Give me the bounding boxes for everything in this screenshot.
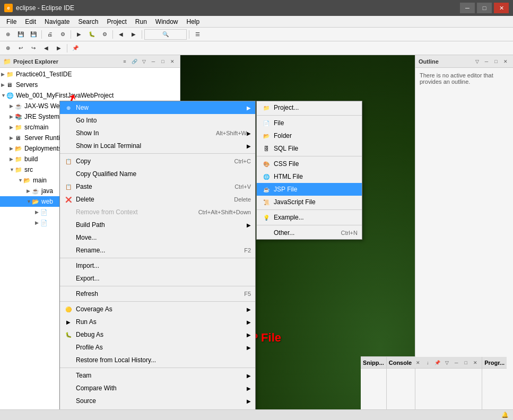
menu-file[interactable]: File <box>2 17 21 27</box>
tb-prev-btn[interactable]: ◀ <box>115 29 127 40</box>
java-icon: ☕ <box>32 188 40 195</box>
tb-run-btn[interactable]: ▶ <box>73 29 85 40</box>
ctx-debug-as[interactable]: 🐛 Debug As ▶ <box>60 328 255 341</box>
sub-js-label: JavaScript File <box>274 198 358 206</box>
ctx-rename[interactable]: Rename... F2 <box>60 244 255 257</box>
ctx-move[interactable]: Move... <box>60 231 255 244</box>
ctx-coverage[interactable]: 🟡 Coverage As ▶ <box>60 303 255 316</box>
tree-item-practice[interactable]: ▶ 📁 Practice01_TestIDE <box>0 69 180 80</box>
tree-arrow: ▼ <box>1 93 6 98</box>
ctx-restore-history[interactable]: Restore from Local History... <box>60 354 255 366</box>
console-close-btn[interactable]: ✕ <box>471 358 480 367</box>
sub-sql[interactable]: 🗄 SQL File <box>257 142 362 155</box>
new-arrow-icon: ▶ <box>247 105 251 111</box>
sub-other[interactable]: Other... Ctrl+N <box>257 226 362 239</box>
outline-close-btn[interactable]: ✕ <box>501 57 510 66</box>
console-header: Console ✕ ↓ 📌 ▽ ─ □ ✕ <box>387 357 482 369</box>
ctx-delete[interactable]: ❌ Delete Delete <box>60 193 255 206</box>
ctx-compare-with[interactable]: Compare With ▶ <box>60 382 255 395</box>
console-scroll-btn[interactable]: ↓ <box>423 358 432 367</box>
sub-js[interactable]: 📜 JavaScript File <box>257 196 362 208</box>
collapse-all-btn[interactable]: ≡ <box>120 57 129 66</box>
ctx-source[interactable]: Source ▶ <box>60 395 255 407</box>
ctx-copy[interactable]: 📋 Copy Ctrl+C <box>60 155 255 168</box>
menu-help[interactable]: Help <box>182 17 204 27</box>
menu-search[interactable]: Search <box>74 17 102 27</box>
ctx-refresh[interactable]: Refresh F5 <box>60 287 255 300</box>
menu-edit[interactable]: Edit <box>21 17 40 27</box>
ctx-restore-label: Restore from Local History... <box>76 356 251 364</box>
ctx-profile-as[interactable]: Profile As ▶ <box>60 341 255 354</box>
tb-ext-btn[interactable]: ⚙ <box>99 29 110 40</box>
sub-jsp[interactable]: ☕ JSP File <box>257 183 362 196</box>
tree-label: main <box>33 177 47 184</box>
outline-title: Outline <box>419 58 439 65</box>
sub-file[interactable]: 📄 File <box>257 117 362 129</box>
menu-run[interactable]: Run <box>131 17 151 27</box>
tb-save-btn[interactable]: 💾 <box>15 29 27 40</box>
ctx-import[interactable]: Import... <box>60 259 255 272</box>
tb2-btn4[interactable]: ◀ <box>40 43 52 54</box>
ctx-paste[interactable]: 📋 Paste Ctrl+V <box>60 180 255 193</box>
console-pin-btn[interactable]: 📌 <box>433 358 441 367</box>
menu-project[interactable]: Project <box>102 17 131 27</box>
ctx-new[interactable]: ⊕ New ▶ <box>60 101 255 114</box>
tb-save-all-btn[interactable]: 💾 <box>28 29 39 40</box>
sub-jsp-label: JSP File <box>274 186 358 193</box>
tb-new-btn[interactable]: ⊕ <box>2 29 14 40</box>
outline-max-btn[interactable]: □ <box>492 57 500 66</box>
source-icon <box>64 397 73 405</box>
close-button[interactable]: ✕ <box>494 3 509 13</box>
tb-print-btn[interactable]: 🖨 <box>44 29 56 40</box>
close-panel-btn[interactable]: ✕ <box>168 57 177 66</box>
link-editor-btn[interactable]: 🔗 <box>130 57 138 66</box>
sub-example[interactable]: 💡 Example... <box>257 211 362 224</box>
sub-css[interactable]: 🎨 CSS File <box>257 158 362 170</box>
sub-project[interactable]: 📁 Project... <box>257 101 362 114</box>
tb-prop-btn[interactable]: ⚙ <box>57 29 68 40</box>
maximize-panel-btn[interactable]: □ <box>159 57 167 66</box>
tree-item-servers[interactable]: ▶ 🖥 Servers <box>0 80 180 90</box>
ctx-profile-as-label: Profile As <box>76 344 247 351</box>
tb2-btn6[interactable]: 📌 <box>69 43 81 54</box>
ctx-export[interactable]: Export... <box>60 272 255 285</box>
sub-sep-2 <box>257 156 362 156</box>
tree-item-web-project[interactable]: ▼ 🌐 Web_001_MyFirstJavaWebProject <box>0 90 180 101</box>
tb2-btn1[interactable]: ⊕ <box>2 43 14 54</box>
tb2-btn3[interactable]: ↪ <box>28 43 39 54</box>
sub-html[interactable]: 🌐 HTML File <box>257 170 362 183</box>
ctx-go-into[interactable]: Go Into <box>60 114 255 127</box>
console-min-btn[interactable]: ─ <box>452 358 460 367</box>
tb-sep-4 <box>142 30 142 39</box>
outline-min-btn[interactable]: ─ <box>482 57 491 66</box>
tb-next-btn[interactable]: ▶ <box>128 29 140 40</box>
minimize-button[interactable]: ─ <box>460 3 475 13</box>
ctx-copy-qualified[interactable]: Copy Qualified Name <box>60 168 255 180</box>
sub-folder[interactable]: 📂 Folder <box>257 129 362 142</box>
ctx-build-path[interactable]: Build Path ▶ <box>60 218 255 231</box>
ctx-show-local[interactable]: Show in Local Terminal ▶ <box>60 139 255 152</box>
project-explorer-icon: 📁 <box>3 58 11 65</box>
tb2-btn2[interactable]: ↩ <box>15 43 27 54</box>
tb-perspective-btn[interactable]: ☰ <box>192 29 203 40</box>
console-menu-btn[interactable]: ▽ <box>442 358 451 367</box>
minimize-panel-btn[interactable]: ─ <box>149 57 158 66</box>
menu-navigate[interactable]: Navigate <box>40 17 74 27</box>
outline-menu-btn[interactable]: ▽ <box>473 57 481 66</box>
team-icon <box>64 371 73 380</box>
build-path-icon <box>64 221 73 229</box>
console-clear-btn[interactable]: ✕ <box>414 358 422 367</box>
menu-window[interactable]: Window <box>151 17 182 27</box>
ctx-team[interactable]: Team ▶ <box>60 369 255 382</box>
tb2-btn5[interactable]: ▶ <box>53 43 65 54</box>
tb-debug-btn[interactable]: 🐛 <box>86 29 98 40</box>
view-menu-btn[interactable]: ▽ <box>140 57 148 66</box>
ctx-show-in[interactable]: Show In Alt+Shift+W ▶ <box>60 127 255 139</box>
sub-other-label: Other... <box>274 229 341 237</box>
ctx-run-as[interactable]: ▶ Run As ▶ <box>60 316 255 328</box>
ctx-remove-context: Remove from Context Ctrl+Alt+Shift+Down <box>60 206 255 218</box>
tb-search-btn[interactable]: 🔍 <box>144 29 187 40</box>
maximize-button[interactable]: □ <box>477 3 492 13</box>
console-max-btn[interactable]: □ <box>462 358 470 367</box>
compare-icon <box>64 384 73 392</box>
